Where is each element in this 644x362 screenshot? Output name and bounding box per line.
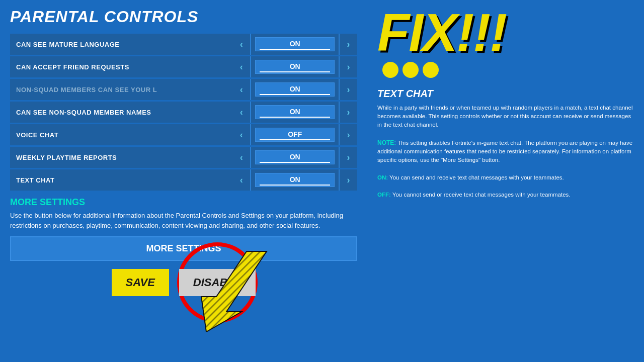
text-chat-description: While in a party with friends or when te… <box>377 104 634 130</box>
off-description: OFF: You cannot send or receive text cha… <box>377 191 634 199</box>
page-title: PARENTAL CONTROLS <box>10 8 357 26</box>
text-chat-title: TEXT CHAT <box>377 88 634 100</box>
left-arrow-6[interactable]: ‹ <box>232 169 251 191</box>
setting-value-2: ON <box>251 79 339 100</box>
right-panel: FIX!!! TEXT CHAT While in a party with f… <box>367 0 644 362</box>
settings-table: CAN SEE MATURE LANGUAGE‹ON›CAN ACCEPT FR… <box>10 32 357 192</box>
setting-value-6: ON <box>251 169 339 191</box>
more-settings-title: MORE SETTINGS <box>10 197 357 208</box>
right-arrow-5[interactable]: › <box>339 147 357 168</box>
setting-label-5: WEEKLY PLAYTIME REPORTS <box>10 147 232 168</box>
left-arrow-0[interactable]: ‹ <box>232 34 251 55</box>
on-description: ON: You can send and receive text chat m… <box>377 173 634 182</box>
left-arrow-5[interactable]: ‹ <box>232 147 251 168</box>
setting-label-2: NON-SQUAD MEMBERS CAN SEE YOUR L <box>10 79 232 100</box>
table-row: TEXT CHAT‹ON› <box>10 169 357 191</box>
text-chat-body: While in a party with friends or when te… <box>377 104 634 200</box>
more-settings-description: Use the button below for additional info… <box>10 211 357 230</box>
fix-text: FIX!!! <box>377 8 634 58</box>
setting-value-0: ON <box>251 34 339 55</box>
table-row: CAN SEE NON-SQUAD MEMBER NAMES‹ON› <box>10 102 357 123</box>
fix-dots <box>377 62 634 78</box>
table-row: NON-SQUAD MEMBERS CAN SEE YOUR L‹ON› <box>10 79 357 100</box>
off-text: You cannot send or receive text chat mes… <box>392 192 571 198</box>
right-arrow-1[interactable]: › <box>339 56 357 77</box>
more-settings-button[interactable]: MORE SETTINGS <box>10 236 357 261</box>
right-arrow-0[interactable]: › <box>339 34 357 55</box>
text-chat-note: NOTE: This setting disables Fortnite's i… <box>377 138 634 165</box>
off-label: OFF: <box>377 192 391 198</box>
setting-label-0: CAN SEE MATURE LANGUAGE <box>10 34 232 55</box>
on-text: You can send and receive text chat messa… <box>389 174 564 180</box>
left-arrow-4[interactable]: ‹ <box>232 124 251 145</box>
fix-dot-2 <box>403 62 419 78</box>
right-arrow-6[interactable]: › <box>339 169 357 191</box>
left-panel: PARENTAL CONTROLS CAN SEE MATURE LANGUAG… <box>0 0 367 362</box>
setting-value-1: ON <box>251 56 339 77</box>
setting-label-4: VOICE CHAT <box>10 124 232 145</box>
fix-dot-1 <box>382 62 398 78</box>
setting-value-4: OFF <box>251 124 339 145</box>
note-text: This setting disables Fortnite's in-game… <box>377 140 632 163</box>
setting-value-3: ON <box>251 102 339 123</box>
left-arrow-1[interactable]: ‹ <box>232 56 251 77</box>
setting-label-6: TEXT CHAT <box>10 169 232 191</box>
save-button[interactable]: SAVE <box>112 269 169 296</box>
svg-marker-2 <box>201 251 267 332</box>
right-arrow-3[interactable]: › <box>339 102 357 123</box>
setting-label-1: CAN ACCEPT FRIEND REQUESTS <box>10 56 232 77</box>
note-label: NOTE: <box>377 139 396 146</box>
table-row: WEEKLY PLAYTIME REPORTS‹ON› <box>10 147 357 168</box>
right-arrow-2[interactable]: › <box>339 79 357 100</box>
setting-label-3: CAN SEE NON-SQUAD MEMBER NAMES <box>10 102 232 123</box>
table-row: CAN SEE MATURE LANGUAGE‹ON› <box>10 34 357 55</box>
left-arrow-3[interactable]: ‹ <box>232 102 251 123</box>
table-row: CAN ACCEPT FRIEND REQUESTS‹ON› <box>10 56 357 77</box>
arrow-annotation <box>186 246 287 332</box>
setting-value-5: ON <box>251 147 339 168</box>
right-arrow-4[interactable]: › <box>339 124 357 145</box>
on-label: ON: <box>377 174 388 180</box>
action-buttons: SAVE DISABLE <box>10 269 357 296</box>
fix-dot-3 <box>423 62 439 78</box>
fix-heading: FIX!!! <box>377 8 634 78</box>
left-arrow-2[interactable]: ‹ <box>232 79 251 100</box>
table-row: VOICE CHAT‹OFF› <box>10 124 357 145</box>
